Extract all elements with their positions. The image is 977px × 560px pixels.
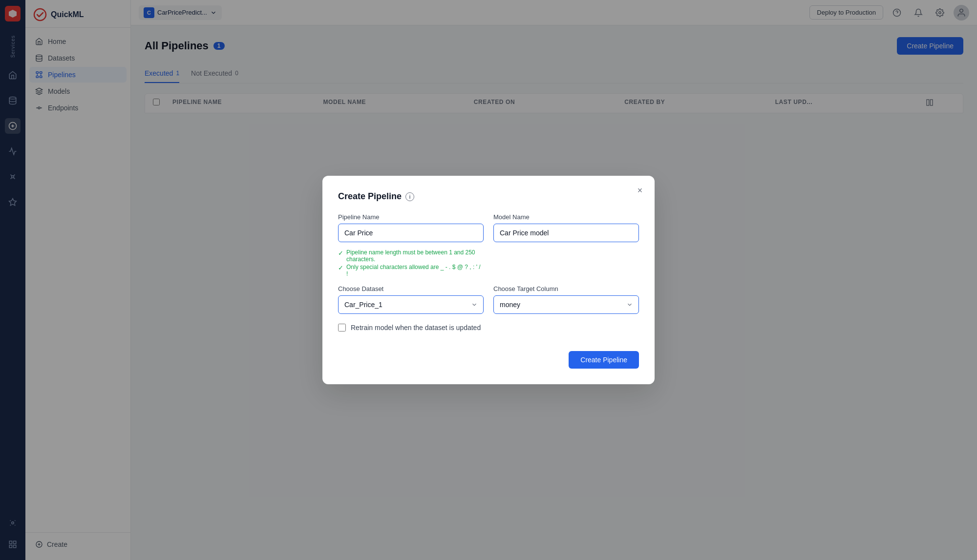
form-row-selects: Choose Dataset Car_Price_1 Choose Target… (338, 285, 639, 314)
target-select-wrapper: money (493, 295, 639, 314)
form-group-dataset: Choose Dataset Car_Price_1 (338, 285, 484, 314)
retrain-checkbox[interactable] (338, 324, 346, 332)
modal-title: Create Pipeline i (338, 191, 639, 202)
check-icon-1: ✓ (338, 249, 343, 257)
check-icon-2: ✓ (338, 264, 343, 271)
modal-create-pipeline-button[interactable]: Create Pipeline (569, 351, 639, 369)
target-select[interactable]: money (493, 295, 639, 314)
modal-footer: Create Pipeline (338, 351, 639, 369)
validation-msg-2: ✓ Only special characters allowed are _ … (338, 264, 484, 277)
form-group-pipeline-name: Pipeline Name ✓ Pipeline name length mus… (338, 213, 484, 277)
modal-title-text: Create Pipeline (338, 191, 402, 202)
retrain-label: Retrain model when the dataset is update… (351, 324, 481, 332)
validation-msg-1: ✓ Pipeline name length must be between 1… (338, 249, 484, 263)
modal-info-icon[interactable]: i (405, 192, 414, 201)
create-pipeline-modal: Create Pipeline i × Pipeline Name ✓ Pipe… (322, 176, 655, 384)
pipeline-name-label: Pipeline Name (338, 213, 484, 221)
retrain-row: Retrain model when the dataset is update… (338, 324, 639, 332)
pipeline-name-input[interactable] (338, 224, 484, 242)
dataset-select[interactable]: Car_Price_1 (338, 295, 484, 314)
choose-target-label: Choose Target Column (493, 285, 639, 292)
form-row-names: Pipeline Name ✓ Pipeline name length mus… (338, 213, 639, 277)
dataset-select-wrapper: Car_Price_1 (338, 295, 484, 314)
modal-overlay[interactable]: Create Pipeline i × Pipeline Name ✓ Pipe… (0, 0, 977, 560)
form-group-model-name: Model Name (493, 213, 639, 277)
modal-close-button[interactable]: × (633, 184, 647, 197)
choose-dataset-label: Choose Dataset (338, 285, 484, 292)
form-group-target: Choose Target Column money (493, 285, 639, 314)
model-name-label: Model Name (493, 213, 639, 221)
model-name-input[interactable] (493, 224, 639, 242)
